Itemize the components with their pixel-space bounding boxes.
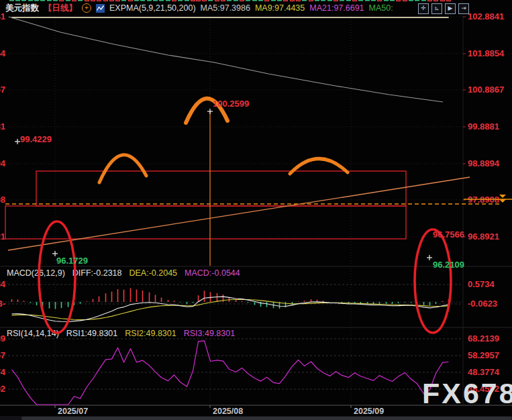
ma9-value-label: MA9:97.4435: [255, 3, 305, 13]
instrument-title: 美元指数: [5, 3, 39, 14]
price-chart-canvas[interactable]: [0, 0, 512, 420]
axis-scale-icon[interactable]: ⊾: [431, 3, 442, 14]
chart-forward-icon[interactable]: ▶: [445, 3, 456, 14]
add-indicator-icon[interactable]: +: [82, 3, 91, 13]
header-toolbar: ✛⊾▶⇥: [418, 3, 469, 14]
chart-header: 美元指数 【日线】 + EXPMA(5,9,21,50,200) MA5:97.…: [0, 0, 512, 16]
timeframe-label[interactable]: 【日线】: [44, 3, 77, 14]
indicator-formula-label[interactable]: EXPMA(5,9,21,50,200): [109, 3, 196, 13]
chart-type-icon[interactable]: [96, 4, 105, 13]
ma50-value-label: MA50:: [369, 3, 393, 13]
ma5-value-label: MA5:97.3986: [201, 3, 250, 13]
ma21-value-label: MA21:97.6691: [309, 3, 364, 13]
move-crosshair-icon[interactable]: ✛: [418, 3, 429, 14]
collapse-panel-icon[interactable]: ⇥: [458, 3, 469, 14]
h-scrollbar-thumb[interactable]: [21, 417, 512, 420]
trading-chart-app: 美元指数 【日线】 + EXPMA(5,9,21,50,200) MA5:97.…: [0, 0, 512, 420]
